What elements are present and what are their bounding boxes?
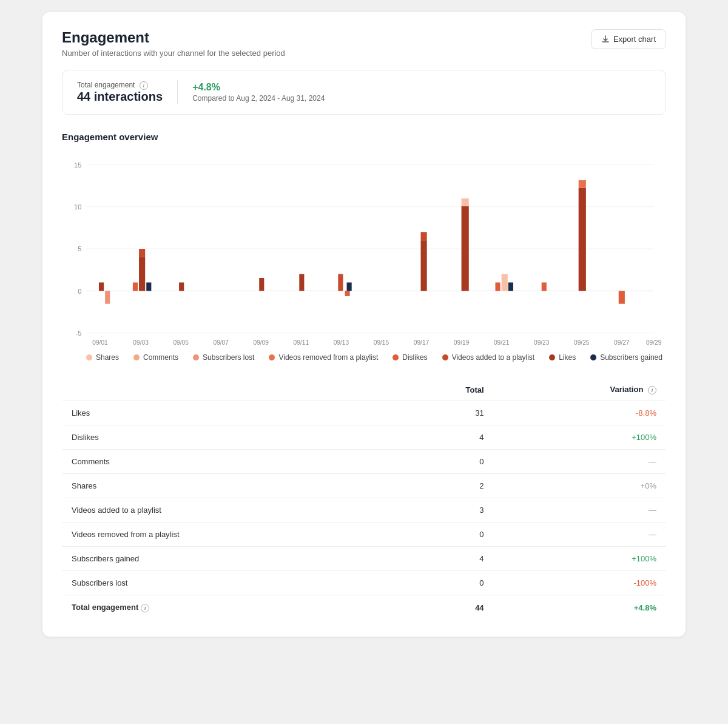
bar bbox=[579, 188, 586, 291]
bar bbox=[421, 232, 427, 240]
chart-section-title: Engagement overview bbox=[62, 132, 666, 142]
page-title: Engagement bbox=[62, 29, 285, 46]
metric-total: 44 bbox=[395, 595, 494, 620]
bar bbox=[99, 282, 104, 291]
svg-text:09/07: 09/07 bbox=[214, 339, 229, 346]
bar bbox=[345, 291, 349, 296]
table-row: Shares2+0% bbox=[62, 474, 666, 498]
legend-subscribers-gained: Subscribers gained bbox=[590, 353, 662, 362]
metric-total: 0 bbox=[395, 450, 494, 474]
svg-text:09/21: 09/21 bbox=[494, 339, 510, 346]
col-header-variation: Variation i bbox=[494, 379, 666, 401]
stat-compared: Compared to Aug 2, 2024 - Aug 31, 2024 bbox=[192, 94, 325, 103]
info-icon: i bbox=[140, 81, 148, 90]
legend-dot-dislikes bbox=[393, 354, 399, 360]
variation-info-icon: i bbox=[648, 386, 656, 394]
metric-label: Comments bbox=[62, 450, 395, 474]
data-table: Total Variation i Likes31-8.8%Dislikes4+… bbox=[62, 379, 666, 620]
table-row: Total engagementi44+4.8% bbox=[62, 595, 666, 620]
metric-total: 31 bbox=[395, 401, 494, 425]
svg-text:09/25: 09/25 bbox=[574, 339, 590, 346]
chart-area: 15 10 5 0 -5 bbox=[62, 152, 666, 346]
bar bbox=[619, 291, 625, 303]
metric-total: 2 bbox=[395, 474, 494, 498]
svg-text:09/03: 09/03 bbox=[133, 339, 149, 346]
legend-comments: Comments bbox=[133, 353, 178, 362]
bar bbox=[105, 291, 110, 303]
page-subtitle: Number of interactions with your channel… bbox=[62, 49, 285, 58]
metric-variation: -100% bbox=[494, 571, 666, 595]
metric-total: 3 bbox=[395, 498, 494, 523]
metric-variation: -8.8% bbox=[494, 401, 666, 425]
bar bbox=[338, 274, 343, 291]
bar bbox=[502, 274, 508, 291]
svg-text:5: 5 bbox=[78, 245, 81, 252]
metric-variation: +100% bbox=[494, 425, 666, 450]
legend-likes: Likes bbox=[549, 353, 576, 362]
legend-shares: Shares bbox=[86, 353, 119, 362]
legend-dot-subscribers-lost bbox=[193, 354, 199, 360]
bar bbox=[299, 274, 304, 291]
stat-divider bbox=[177, 80, 178, 104]
table-row: Videos removed from a playlist0— bbox=[62, 523, 666, 547]
metric-variation: +0% bbox=[494, 474, 666, 498]
bar bbox=[133, 282, 138, 291]
stat-label: Total engagement i bbox=[77, 81, 163, 90]
table-row: Likes31-8.8% bbox=[62, 401, 666, 425]
metric-label: Videos added to a playlist bbox=[62, 498, 395, 523]
bar bbox=[421, 240, 427, 291]
legend-dot-comments bbox=[133, 354, 140, 360]
bar bbox=[179, 282, 184, 291]
bar bbox=[139, 249, 145, 257]
metric-variation: +100% bbox=[494, 547, 666, 571]
table-row: Comments0— bbox=[62, 450, 666, 474]
legend-dot-videos-added bbox=[442, 354, 448, 360]
svg-text:09/29: 09/29 bbox=[646, 339, 662, 346]
legend-videos-removed: Videos removed from a playlist bbox=[269, 353, 378, 362]
metric-variation: — bbox=[494, 523, 666, 547]
bar bbox=[579, 180, 586, 188]
metric-label: Subscribers gained bbox=[62, 547, 395, 571]
svg-text:09/19: 09/19 bbox=[454, 339, 470, 346]
metric-label: Likes bbox=[62, 401, 395, 425]
table-row: Dislikes4+100% bbox=[62, 425, 666, 450]
bar bbox=[542, 282, 547, 291]
svg-text:09/17: 09/17 bbox=[414, 339, 430, 346]
export-button[interactable]: Export chart bbox=[591, 29, 666, 49]
stats-card: Total engagement i 44 interactions +4.8%… bbox=[62, 70, 666, 115]
bar bbox=[139, 257, 145, 291]
metric-total: 4 bbox=[395, 425, 494, 450]
svg-text:09/09: 09/09 bbox=[254, 339, 269, 346]
legend-dislikes: Dislikes bbox=[393, 353, 427, 362]
svg-text:-5: -5 bbox=[76, 330, 82, 337]
download-icon bbox=[601, 35, 610, 44]
metric-variation: +4.8% bbox=[494, 595, 666, 620]
svg-text:0: 0 bbox=[78, 287, 81, 294]
bar bbox=[462, 198, 469, 206]
bar bbox=[462, 206, 469, 291]
col-header-total: Total bbox=[395, 379, 494, 401]
bar bbox=[146, 282, 151, 291]
svg-text:15: 15 bbox=[74, 161, 81, 168]
svg-text:09/27: 09/27 bbox=[614, 339, 630, 346]
chart-legend: Shares Comments Subscribers lost Videos … bbox=[62, 353, 666, 362]
engagement-chart: 15 10 5 0 -5 bbox=[62, 152, 666, 346]
col-header-metric bbox=[62, 379, 395, 401]
metric-label: Subscribers lost bbox=[62, 571, 395, 595]
bar bbox=[259, 278, 264, 291]
table-row: Videos added to a playlist3— bbox=[62, 498, 666, 523]
svg-text:09/13: 09/13 bbox=[334, 339, 349, 346]
metric-label: Shares bbox=[62, 474, 395, 498]
table-row: Subscribers lost0-100% bbox=[62, 571, 666, 595]
metric-variation: — bbox=[494, 498, 666, 523]
svg-text:09/15: 09/15 bbox=[374, 339, 389, 346]
svg-text:10: 10 bbox=[74, 203, 81, 211]
legend-dot-shares bbox=[86, 354, 92, 360]
legend-dot-subscribers-gained bbox=[590, 354, 596, 360]
metric-total: 4 bbox=[395, 547, 494, 571]
bar bbox=[508, 282, 513, 291]
legend-subscribers-lost: Subscribers lost bbox=[193, 353, 254, 362]
svg-text:09/01: 09/01 bbox=[92, 339, 108, 346]
total-engagement-info-icon: i bbox=[141, 604, 149, 612]
stat-value: 44 interactions bbox=[77, 90, 163, 104]
